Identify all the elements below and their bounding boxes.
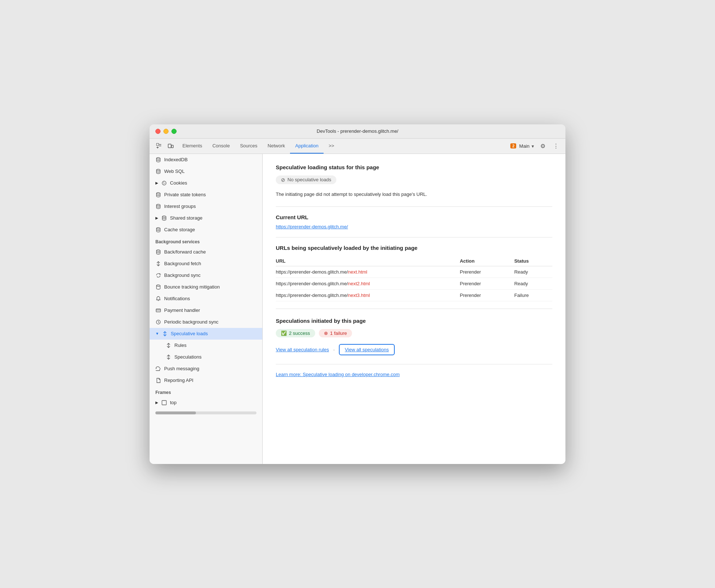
expand-arrow-cookies: ▶ xyxy=(155,181,158,185)
sidebar-section-background-services: Background services xyxy=(150,236,262,246)
sidebar-item-notifications[interactable]: Notifications xyxy=(150,293,262,305)
database-icon-3 xyxy=(155,192,161,198)
sidebar-item-private-state-tokens[interactable]: Private state tokens xyxy=(150,189,262,201)
fetch-icon xyxy=(155,261,161,267)
database-icon-5 xyxy=(161,215,167,221)
minimize-button[interactable] xyxy=(163,129,169,134)
table-row: https://prerender-demos.glitch.me/next2.… xyxy=(276,278,552,290)
sidebar-item-backforward-cache[interactable]: Back/forward cache xyxy=(150,246,262,258)
tab-overflow[interactable]: >> xyxy=(324,139,339,154)
svg-point-11 xyxy=(165,183,165,183)
divider-2 xyxy=(276,237,552,237)
table-header-row: URL Action Status xyxy=(276,256,552,266)
sidebar-item-payment-handler[interactable]: Payment handler xyxy=(150,305,262,316)
svg-rect-5 xyxy=(168,144,171,148)
sidebar-item-cookies[interactable]: ▶ Cookies xyxy=(150,177,262,189)
failure-badge: ⊗ 1 failure xyxy=(319,329,352,337)
sidebar-item-reporting-api[interactable]: Reporting API xyxy=(150,375,262,386)
url-cell-1: https://prerender-demos.glitch.me/next.h… xyxy=(276,266,455,278)
clock-icon xyxy=(155,319,161,325)
sidebar-item-rules[interactable]: Rules xyxy=(150,340,262,351)
url-base-3: https://prerender-demos.glitch.me/ xyxy=(276,293,348,298)
view-speculations-link[interactable]: View all speculations xyxy=(339,344,394,355)
col-status: Status xyxy=(510,256,552,266)
url-cell-2: https://prerender-demos.glitch.me/next2.… xyxy=(276,278,455,290)
expand-arrow-top: ▶ xyxy=(155,401,158,405)
current-url-link[interactable]: https://prerender-demos.glitch.me/ xyxy=(276,224,348,229)
svg-rect-21 xyxy=(156,309,161,312)
speculative-loading-description: The initiating page did not attempt to s… xyxy=(276,191,552,198)
action-cell-1: Prerender xyxy=(455,266,510,278)
sidebar-item-websql[interactable]: Web SQL xyxy=(150,166,262,177)
speculations-title: Speculations initiated by this page xyxy=(276,318,552,324)
svg-point-17 xyxy=(156,250,160,251)
inspect-icon[interactable] xyxy=(154,141,164,151)
expand-arrow-shared: ▶ xyxy=(155,216,158,220)
tab-elements[interactable]: Elements xyxy=(177,139,207,154)
view-rules-link[interactable]: View all speculation rules xyxy=(276,347,329,352)
sidebar-item-indexeddb[interactable]: IndexedDB xyxy=(150,154,262,166)
failure-icon: ⊗ xyxy=(324,330,328,336)
svg-point-16 xyxy=(156,228,160,229)
status-cell-2: Ready xyxy=(510,278,552,290)
sidebar-item-bounce-tracking[interactable]: Bounce tracking mitigation xyxy=(150,281,262,293)
url-highlight-3: next3.html xyxy=(348,293,370,298)
speculative-urls-table: URL Action Status https://prerender-demo… xyxy=(276,256,552,301)
devtools-window: DevTools - prerender-demos.glitch.me/ El… xyxy=(150,124,565,464)
file-icon xyxy=(155,378,161,383)
database-icon-6 xyxy=(155,227,161,233)
svg-rect-0 xyxy=(156,143,159,146)
tab-sources[interactable]: Sources xyxy=(235,139,263,154)
current-url-label: Current URL xyxy=(276,214,552,220)
speculative-loads-icon xyxy=(162,331,168,337)
url-highlight-1: next.html xyxy=(348,269,367,275)
database-icon-4 xyxy=(155,204,161,209)
frame-icon xyxy=(161,400,167,406)
sidebar-item-speculative-loads[interactable]: ▼ Speculative loads xyxy=(150,328,262,340)
content-panel: Speculative loading status for this page… xyxy=(263,154,565,464)
svg-rect-29 xyxy=(162,401,166,405)
speculations-icon xyxy=(166,354,171,360)
sidebar-item-background-sync[interactable]: Background sync xyxy=(150,270,262,281)
cache-icon xyxy=(155,249,161,255)
target-selector[interactable]: Main ▼ xyxy=(519,143,535,149)
expand-arrow-spec: ▼ xyxy=(155,332,159,336)
svg-point-7 xyxy=(156,158,160,159)
sidebar-item-push-messaging[interactable]: Push messaging xyxy=(150,363,262,375)
close-button[interactable] xyxy=(155,129,161,134)
url-base-1: https://prerender-demos.glitch.me/ xyxy=(276,269,348,275)
more-options-icon[interactable]: ⋮ xyxy=(551,141,561,151)
no-loads-icon: ⊘ xyxy=(281,177,285,183)
view-links: View all speculation rules · View all sp… xyxy=(276,344,552,355)
sidebar-item-background-fetch[interactable]: Background fetch xyxy=(150,258,262,270)
sidebar-item-periodic-background-sync[interactable]: Periodic background sync xyxy=(150,316,262,328)
sidebar-item-interest-groups[interactable]: Interest groups xyxy=(150,201,262,212)
tab-application[interactable]: Application xyxy=(290,139,324,154)
divider-1 xyxy=(276,206,552,207)
col-url: URL xyxy=(276,256,455,266)
error-badge: 2 xyxy=(510,143,516,148)
learn-more-link[interactable]: Learn more: Speculative loading on devel… xyxy=(276,372,552,377)
tab-console[interactable]: Console xyxy=(207,139,235,154)
maximize-button[interactable] xyxy=(171,129,177,134)
target-dropdown-arrow: ▼ xyxy=(531,144,535,148)
tab-bar: Elements Console Sources Network Applica… xyxy=(177,139,509,154)
url-cell-3: https://prerender-demos.glitch.me/next3.… xyxy=(276,290,455,301)
toolbar-right: 2 Main ▼ ⚙ ⋮ xyxy=(510,141,561,151)
tab-network[interactable]: Network xyxy=(263,139,290,154)
scrollbar-thumb[interactable] xyxy=(155,411,196,414)
divider-4 xyxy=(276,364,552,364)
settings-icon[interactable]: ⚙ xyxy=(538,141,548,151)
toolbar: Elements Console Sources Network Applica… xyxy=(150,139,565,154)
database-icon-2 xyxy=(155,169,161,174)
sidebar-item-speculations[interactable]: Speculations xyxy=(150,351,262,363)
horizontal-scrollbar[interactable] xyxy=(155,411,256,414)
sidebar-item-cache-storage[interactable]: Cache storage xyxy=(150,224,262,236)
svg-point-14 xyxy=(156,204,160,206)
sidebar-item-shared-storage[interactable]: ▶ Shared storage xyxy=(150,212,262,224)
action-cell-3: Prerender xyxy=(455,290,510,301)
status-cell-3: Failure xyxy=(510,290,552,301)
device-toolbar-icon[interactable] xyxy=(166,141,176,151)
table-row: https://prerender-demos.glitch.me/next.h… xyxy=(276,266,552,278)
sidebar-item-top-frame[interactable]: ▶ top xyxy=(150,397,262,409)
